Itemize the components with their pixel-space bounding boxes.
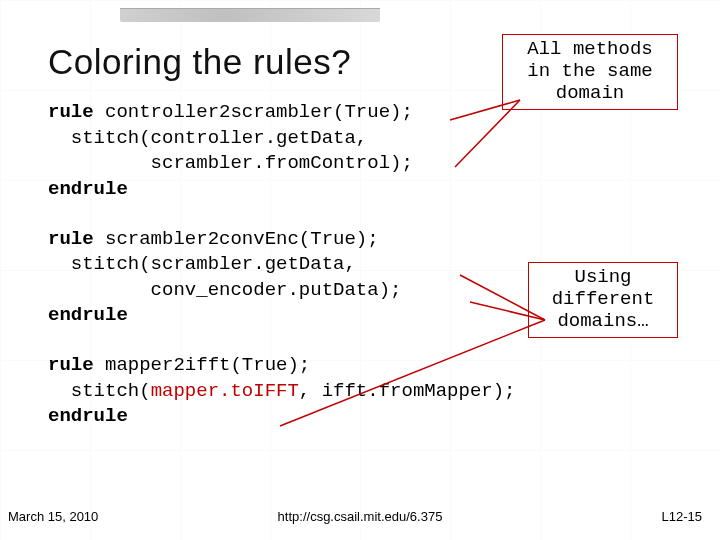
- callout-line: in the same: [527, 60, 652, 82]
- code-line: conv_encoder.putData);: [48, 279, 401, 301]
- keyword-endrule: endrule: [48, 405, 128, 427]
- callout-line: Using: [574, 266, 631, 288]
- keyword-endrule: endrule: [48, 304, 128, 326]
- code-line: stitch(scrambler.getData,: [48, 253, 356, 275]
- footer-url: http://csg.csail.mit.edu/6.375: [278, 509, 443, 524]
- rule-name: controller2scrambler(True);: [94, 101, 413, 123]
- code-line-part: stitch(: [48, 380, 151, 402]
- callout-line: domain: [556, 82, 624, 104]
- header-decoration: [120, 8, 380, 22]
- keyword-rule: rule: [48, 228, 94, 250]
- keyword-rule: rule: [48, 354, 94, 376]
- callout-line: different: [552, 288, 655, 310]
- callout-line: All methods: [527, 38, 652, 60]
- highlighted-text: mapper.toIFFT: [151, 380, 299, 402]
- rule-name: scrambler2convEnc(True);: [94, 228, 379, 250]
- keyword-endrule: endrule: [48, 178, 128, 200]
- slide: Coloring the rules? rule controller2scra…: [0, 0, 720, 540]
- code-line-part: , ifft.fromMapper);: [299, 380, 516, 402]
- code-block-1: rule controller2scrambler(True); stitch(…: [48, 100, 672, 203]
- slide-footer: March 15, 2010 http://csg.csail.mit.edu/…: [0, 509, 720, 524]
- footer-date: March 15, 2010: [8, 509, 98, 524]
- callout-same-domain: All methods in the same domain: [502, 34, 678, 110]
- code-line: scrambler.fromControl);: [48, 152, 413, 174]
- keyword-rule: rule: [48, 101, 94, 123]
- rule-name: mapper2ifft(True);: [94, 354, 311, 376]
- code-block-3: rule mapper2ifft(True); stitch(mapper.to…: [48, 353, 672, 430]
- callout-line: domains…: [557, 310, 648, 332]
- callout-different-domains: Using different domains…: [528, 262, 678, 338]
- code-line: stitch(controller.getData,: [48, 127, 367, 149]
- footer-slide-number: L12-15: [662, 509, 702, 524]
